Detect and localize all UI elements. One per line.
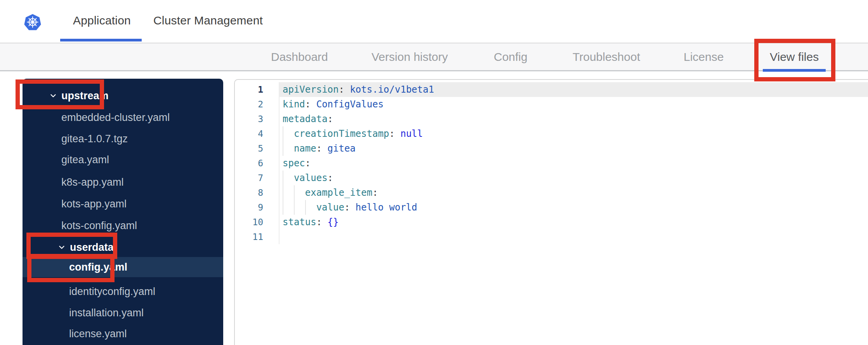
line-number: 5: [235, 141, 279, 156]
code-text: apiVersion: kots.io/v1beta1: [279, 82, 868, 97]
tree-file-gitea-yaml[interactable]: gitea.yaml: [23, 150, 223, 170]
app-header: Application Cluster Management: [0, 0, 868, 43]
subnav-tab-troubleshoot[interactable]: Troubleshoot: [573, 43, 640, 70]
code-line: 7values:: [235, 171, 868, 185]
code-line: 9value: hello world: [235, 200, 868, 215]
line-number: 11: [235, 229, 279, 244]
code-lines: 1apiVersion: kots.io/v1beta12kind: Confi…: [235, 82, 868, 244]
code-line: 3metadata:: [235, 112, 868, 126]
app-subnav: Dashboard Version history Config Trouble…: [0, 43, 868, 71]
line-number: 7: [235, 171, 279, 185]
indent-guide: [283, 200, 294, 215]
indent-guide: [283, 171, 294, 185]
subnav-tab-config[interactable]: Config: [494, 43, 528, 70]
active-tab-underline: [60, 39, 142, 41]
tree-file-license-yaml[interactable]: license.yaml: [23, 324, 223, 344]
indent-guide: [294, 185, 305, 200]
tree-file-installation-yaml[interactable]: installation.yaml: [23, 303, 223, 323]
code-text: creationTimestamp: null: [279, 126, 868, 141]
code-text: status: {}: [279, 215, 868, 229]
annotation-box-view-files: [754, 39, 835, 81]
code-text: name: gitea: [279, 141, 868, 156]
kubernetes-logo[interactable]: [24, 12, 41, 32]
code-line: 5name: gitea: [235, 141, 868, 156]
line-number: 3: [235, 112, 279, 126]
file-viewer-panel[interactable]: 1apiVersion: kots.io/v1beta12kind: Confi…: [234, 79, 868, 345]
file-tree-sidebar: upstream embedded-cluster.yaml gitea-1.0…: [23, 79, 223, 345]
tree-file-kots-app-yaml[interactable]: kots-app.yaml: [23, 194, 223, 214]
code-text: spec:: [279, 156, 868, 171]
header-tab-cluster-management[interactable]: Cluster Management: [153, 14, 263, 27]
tree-file-identityconfig-yaml[interactable]: identityconfig.yaml: [23, 281, 223, 302]
line-number: 8: [235, 185, 279, 200]
subnav-tab-license[interactable]: License: [684, 43, 724, 70]
code-line: 6spec:: [235, 156, 868, 171]
indent-guide: [283, 126, 294, 141]
code-text: [279, 229, 868, 244]
line-number: 9: [235, 200, 279, 215]
tree-file-gitea-tgz[interactable]: gitea-1.0.7.tgz: [23, 129, 223, 149]
tree-file-k8s-app-yaml[interactable]: k8s-app.yaml: [23, 172, 223, 192]
code-text: values:: [279, 171, 868, 185]
indent-guide: [283, 141, 294, 156]
code-line: 1apiVersion: kots.io/v1beta1: [235, 82, 868, 97]
line-number: 6: [235, 156, 279, 171]
code-line: 10status: {}: [235, 215, 868, 229]
annotation-box-config-yaml: [27, 254, 115, 282]
subnav-tab-dashboard[interactable]: Dashboard: [271, 43, 328, 70]
tree-file-embedded-cluster-yaml[interactable]: embedded-cluster.yaml: [23, 107, 223, 128]
code-line: 11: [235, 229, 868, 244]
code-text: kind: ConfigValues: [279, 97, 868, 112]
subnav-tab-version-history[interactable]: Version history: [372, 43, 448, 70]
code-text: metadata:: [279, 112, 868, 126]
line-number: 10: [235, 215, 279, 229]
annotation-box-upstream: [16, 79, 104, 109]
header-tab-application[interactable]: Application: [73, 14, 131, 27]
line-number: 1: [235, 82, 279, 97]
line-number: 2: [235, 97, 279, 112]
indent-guide: [305, 200, 316, 215]
line-number: 4: [235, 126, 279, 141]
code-line: 4creationTimestamp: null: [235, 126, 868, 141]
code-line: 2kind: ConfigValues: [235, 97, 868, 112]
indent-guide: [283, 185, 294, 200]
code-text: example_item:: [279, 185, 868, 200]
indent-guide: [294, 200, 305, 215]
code-line: 8example_item:: [235, 185, 868, 200]
code-text: value: hello world: [279, 200, 868, 215]
